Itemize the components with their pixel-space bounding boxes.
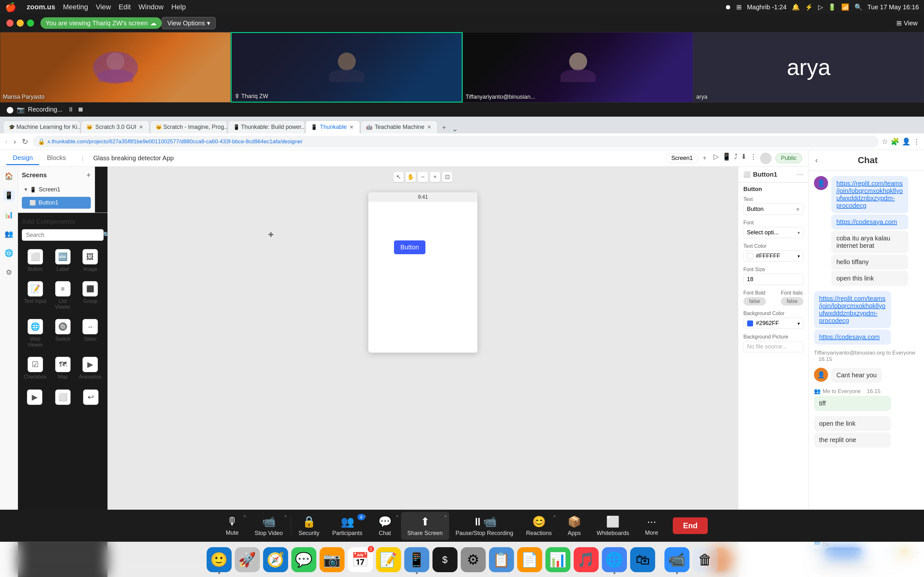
- dock-thunkable[interactable]: 📱: [404, 547, 429, 572]
- comp-map[interactable]: 🗺 Map: [51, 354, 74, 383]
- sidebar-icon-people[interactable]: 👥: [3, 228, 15, 240]
- control-center-icon[interactable]: ⊞: [736, 3, 742, 11]
- component-search[interactable]: 🔍: [22, 229, 103, 241]
- apple-logo-icon[interactable]: 🍎: [5, 2, 16, 13]
- window-menu[interactable]: Window: [139, 3, 164, 11]
- hand-tool-button[interactable]: ✋: [405, 172, 416, 182]
- reload-button[interactable]: ↻: [21, 136, 29, 147]
- share-screen-button[interactable]: ⬆ Share Screen ^: [401, 512, 449, 540]
- tab-teachable[interactable]: 🤖 Teachable Machine ✕: [360, 121, 438, 133]
- view-options-button[interactable]: View Options ▾: [162, 17, 215, 29]
- zoom-in-button[interactable]: +: [430, 172, 440, 182]
- dock-calendar[interactable]: 📅 3: [348, 547, 373, 572]
- blocks-tab[interactable]: Blocks: [40, 152, 72, 165]
- public-badge[interactable]: Public: [775, 153, 802, 163]
- dock-notes[interactable]: 📝: [376, 547, 401, 572]
- chat-open-link-1[interactable]: open this link: [831, 271, 908, 286]
- stop-video-button[interactable]: 📹 Stop Video ^: [248, 512, 289, 540]
- dock-zoom[interactable]: 📹: [664, 547, 690, 572]
- prop-font-select[interactable]: Select opti... ▾: [743, 227, 803, 238]
- dock-terminal[interactable]: $: [433, 547, 457, 572]
- dock-messages[interactable]: 💬: [291, 547, 317, 572]
- video-cell-tiffany[interactable]: Tiffanyariyanto@binusian...: [463, 32, 693, 103]
- address-bar[interactable]: 🔒 x.thunkable.com/projects/627a35f8f1be9…: [33, 136, 879, 147]
- view-button[interactable]: ⊞ View: [897, 19, 918, 27]
- chat-link-3[interactable]: https://replit.com/teams/join/lobqrcmxok…: [814, 291, 891, 328]
- video-cell-marisa[interactable]: Marisa Paryasto: [0, 32, 231, 103]
- dock-appstore[interactable]: 🛍: [630, 547, 655, 572]
- tab-close-thunkable[interactable]: ✕: [349, 124, 355, 130]
- more-options-button[interactable]: ⋮: [750, 153, 757, 164]
- notification-icon[interactable]: 🔔: [792, 3, 800, 11]
- comp-undo[interactable]: ↩: [78, 386, 103, 408]
- view-menu[interactable]: View: [96, 3, 111, 11]
- user-avatar[interactable]: [760, 153, 772, 164]
- comp-list-viewer[interactable]: ≡ List Viewer: [51, 278, 74, 313]
- pause-recording-button[interactable]: ⏸: [68, 106, 74, 113]
- chat-collapse-button[interactable]: ‹: [815, 156, 818, 165]
- dock-system-prefs[interactable]: ⚙: [461, 547, 486, 572]
- sidebar-icon-settings[interactable]: ⚙: [3, 267, 15, 278]
- comp-web-viewer[interactable]: 🌐 Web Viewer: [22, 316, 48, 351]
- bookmark-icon[interactable]: ☆: [882, 137, 888, 146]
- comp-button[interactable]: ⬜ Button: [22, 246, 48, 276]
- prop-font-italic-toggle[interactable]: false: [781, 297, 803, 306]
- chat-link-1[interactable]: https://replit.com/teams/join/lobqrcmxok…: [831, 176, 908, 213]
- comp-shape[interactable]: ⬜: [50, 386, 76, 408]
- download-button[interactable]: ⬇: [741, 153, 746, 164]
- more-button[interactable]: ··· More: [636, 512, 668, 540]
- play-preview-button[interactable]: ▷: [714, 153, 719, 164]
- minimize-window-button[interactable]: [17, 19, 24, 27]
- dock-finder[interactable]: 🙂: [207, 547, 232, 572]
- meeting-menu[interactable]: Meeting: [63, 3, 88, 11]
- comp-label[interactable]: 🔤 Label: [51, 246, 74, 276]
- dock-launchpad[interactable]: 🚀: [235, 547, 260, 572]
- add-screen-button[interactable]: +: [699, 153, 710, 163]
- tab-thunkable[interactable]: 📱 Thunkable ✕: [305, 121, 360, 133]
- apps-button[interactable]: 📦 Apps: [558, 512, 590, 540]
- end-meeting-button[interactable]: End: [673, 517, 708, 534]
- fit-screen-button[interactable]: ⊡: [442, 172, 452, 182]
- security-button[interactable]: 🔒 Security: [292, 512, 326, 540]
- prop-bg-color-input[interactable]: #2962FF ▾: [743, 318, 803, 329]
- screen1-item[interactable]: ▾ 📱 Screen1: [22, 183, 91, 195]
- close-window-button[interactable]: [6, 19, 13, 27]
- select-tool-button[interactable]: ↖: [393, 172, 404, 182]
- dock-photos[interactable]: 📷: [320, 547, 344, 572]
- dock-chrome[interactable]: 🌐: [602, 547, 627, 572]
- tab-scratch-gui[interactable]: 🐱 Scratch 3.0 GUI ✕: [81, 121, 150, 133]
- prop-more-button[interactable]: ⋯: [797, 171, 803, 178]
- tab-scratch-prog[interactable]: 🐱 Scratch - Imagine, Prog... ✕: [150, 121, 227, 133]
- comp-video[interactable]: ▶: [22, 386, 47, 408]
- help-menu[interactable]: Help: [171, 3, 186, 11]
- search-input[interactable]: [26, 232, 100, 239]
- profile-icon[interactable]: 👤: [902, 137, 911, 146]
- prop-bg-picture-input[interactable]: No file source...: [743, 341, 803, 352]
- dock-activity-monitor[interactable]: 📊: [545, 547, 570, 572]
- prop-font-bold-toggle[interactable]: false: [743, 297, 766, 306]
- video-cell-thariq[interactable]: 🎙 Thariq ZW: [231, 32, 463, 103]
- maximize-window-button[interactable]: [27, 19, 34, 27]
- dock-preview[interactable]: 📋: [489, 547, 514, 572]
- design-tab[interactable]: Design: [6, 152, 39, 165]
- browser-menu-icon[interactable]: ⋮: [913, 137, 920, 146]
- prop-text-input[interactable]: Button ✕: [743, 203, 803, 215]
- comp-group[interactable]: ⬛ Group: [77, 278, 103, 313]
- edit-menu[interactable]: Edit: [119, 3, 131, 11]
- chat-toolbar-button[interactable]: 💬 Chat ^: [369, 512, 401, 540]
- prop-text-color-input[interactable]: #FFFFFF ▾: [743, 250, 803, 261]
- tab-machine-learning[interactable]: 🎓 Machine Learning for Ki... ✕: [3, 121, 80, 133]
- video-cell-arya[interactable]: arya arya: [693, 32, 924, 103]
- dock-music[interactable]: 🎵: [573, 547, 599, 572]
- dock-trash[interactable]: 🗑: [693, 547, 718, 572]
- chat-open-link-2[interactable]: open the link: [814, 416, 891, 431]
- comp-slider[interactable]: ↔ Slider: [77, 316, 103, 351]
- search-icon[interactable]: 🔍: [855, 3, 863, 11]
- share-button[interactable]: ⤴: [734, 153, 738, 164]
- add-screen-btn[interactable]: +: [86, 171, 91, 179]
- tab-close-teachable[interactable]: ✕: [427, 124, 432, 130]
- comp-image[interactable]: 🖼 Image: [77, 246, 103, 276]
- stop-recording-button[interactable]: ⏹: [78, 106, 84, 113]
- chat-link-2[interactable]: https://codesaya.com: [831, 214, 908, 229]
- dock-pages[interactable]: 📄: [517, 547, 542, 572]
